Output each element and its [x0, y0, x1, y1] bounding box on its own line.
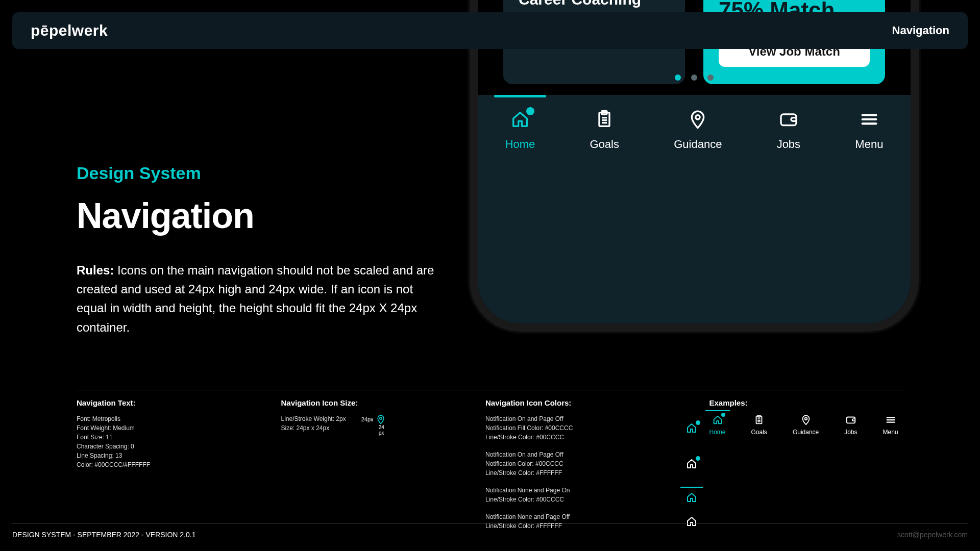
nav-guidance-label: Guidance	[674, 138, 722, 151]
color-state-text: Notification On and Page Off Notificatio…	[485, 414, 672, 442]
color-state-2: Notification On and Page Off Notificatio…	[485, 450, 699, 478]
ex-nav-home-label: Home	[709, 429, 726, 436]
footer-version: DESIGN SYSTEM - SEPTEMBER 2022 - VERSION…	[12, 531, 195, 539]
notification-dot	[696, 456, 700, 461]
spec-nav-text: Navigation Text: Font: Metropolis Font W…	[77, 398, 271, 531]
nav-jobs[interactable]: Jobs	[777, 109, 800, 151]
ex-nav-jobs[interactable]: Jobs	[844, 414, 857, 436]
bottom-nav: Home Goals Guidance Jobs Menu	[478, 95, 911, 323]
ex-nav-menu[interactable]: Menu	[883, 414, 898, 436]
size-height-label: 24 px	[379, 424, 386, 436]
rules-label: Rules:	[77, 263, 114, 277]
phone-mock: Guidance 6 My Jobs Career Coaching Coach…	[470, 0, 919, 332]
spec-examples: Examples: Home Goals Guidance Jobs Menu	[709, 398, 904, 531]
nav-guidance[interactable]: Guidance	[674, 109, 722, 151]
intro-block: Design System Navigation Rules: Icons on…	[77, 163, 444, 337]
spec-icon-size: Navigation Icon Size: Line/Stroke Weight…	[281, 398, 475, 531]
menu-icon	[859, 109, 879, 130]
guidance-icon	[800, 414, 812, 425]
ex-nav-goals-label: Goals	[751, 429, 767, 436]
pin-icon	[376, 414, 386, 424]
color-state-text: Notification None and Page On Line/Strok…	[485, 486, 672, 504]
ex-nav-guidance[interactable]: Guidance	[793, 414, 819, 436]
guidance-icon	[688, 109, 708, 130]
spec-body: Line/Stroke Weight: 2px Size: 24px x 24p…	[281, 414, 346, 433]
spec-icon-colors: Navigation Icon Colors: Notification On …	[485, 398, 699, 531]
ex-nav-goals[interactable]: Goals	[751, 414, 767, 436]
dot-2[interactable]	[691, 74, 697, 81]
jobs-icon	[845, 414, 856, 425]
active-indicator	[680, 487, 703, 488]
example-nav: Home Goals Guidance Jobs Menu	[709, 414, 904, 436]
rules-text: Rules: Icons on the main navigation shou…	[77, 261, 444, 337]
nav-jobs-label: Jobs	[777, 138, 800, 151]
spec-heading: Navigation Text:	[77, 398, 271, 407]
topbar-page-label: Navigation	[892, 24, 949, 37]
notification-dot	[721, 413, 725, 417]
nav-menu[interactable]: Menu	[855, 109, 883, 151]
specs: Navigation Text: Font: Metropolis Font W…	[77, 390, 903, 531]
footer: DESIGN SYSTEM - SEPTEMBER 2022 - VERSION…	[12, 523, 968, 539]
footer-email: scott@pepelwerk.com	[897, 531, 968, 539]
coaching-title-2: Career Coaching	[519, 0, 670, 8]
size-box	[376, 414, 386, 424]
ex-nav-guidance-label: Guidance	[793, 429, 819, 436]
home-icon	[685, 491, 698, 504]
spec-heading: Examples:	[709, 398, 904, 407]
menu-icon	[885, 414, 896, 425]
goals-icon	[753, 414, 765, 425]
nav-goals-label: Goals	[590, 138, 619, 151]
eyebrow: Design System	[77, 163, 444, 183]
notification-dot	[696, 420, 700, 425]
spec-heading: Navigation Icon Size:	[281, 398, 475, 407]
nav-menu-label: Menu	[855, 138, 883, 151]
goals-icon	[594, 109, 615, 130]
jobs-icon	[778, 109, 799, 130]
ex-nav-menu-label: Menu	[883, 429, 898, 436]
size-diagram: 24px 24 px	[361, 414, 386, 436]
nav-goals[interactable]: Goals	[590, 109, 619, 151]
page-dots	[478, 74, 911, 81]
spec-heading: Navigation Icon Colors:	[485, 398, 699, 407]
dot-1[interactable]	[675, 74, 681, 81]
nav-home[interactable]: Home	[505, 109, 535, 151]
color-state-text: Notification On and Page Off Notificatio…	[485, 450, 672, 478]
size-width-label: 24px	[361, 416, 374, 422]
ex-nav-home[interactable]: Home	[709, 414, 726, 436]
spec-body: Font: Metropolis Font Weight: Medium Fon…	[77, 414, 271, 469]
ex-nav-jobs-label: Jobs	[844, 429, 857, 436]
notification-dot	[526, 107, 534, 115]
color-state-3: Notification None and Page On Line/Strok…	[485, 486, 699, 504]
rules-body: Icons on the main navigation should not …	[77, 263, 434, 334]
nav-home-label: Home	[505, 138, 535, 151]
color-state-1: Notification On and Page Off Notificatio…	[485, 414, 699, 442]
topbar: pēpelwerk Navigation	[12, 12, 968, 49]
page-title: Navigation	[77, 195, 444, 236]
dot-3[interactable]	[707, 74, 714, 81]
logo: pēpelwerk	[31, 22, 108, 39]
